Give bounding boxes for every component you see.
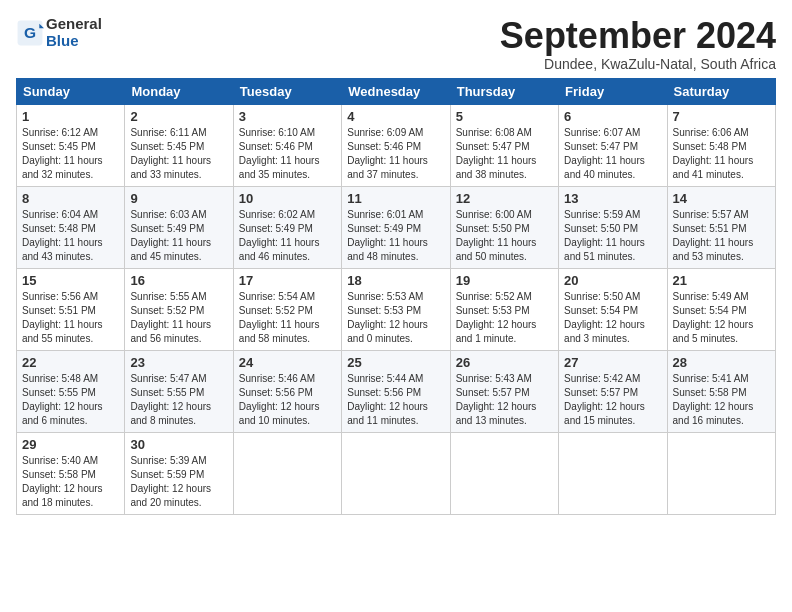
day-number: 9 <box>130 191 227 206</box>
calendar-cell: 26Sunrise: 5:43 AM Sunset: 5:57 PM Dayli… <box>450 350 558 432</box>
calendar-cell: 13Sunrise: 5:59 AM Sunset: 5:50 PM Dayli… <box>559 186 667 268</box>
day-info: Sunrise: 6:07 AM Sunset: 5:47 PM Dayligh… <box>564 126 661 182</box>
day-number: 7 <box>673 109 770 124</box>
day-number: 24 <box>239 355 336 370</box>
day-number: 23 <box>130 355 227 370</box>
calendar-cell: 22Sunrise: 5:48 AM Sunset: 5:55 PM Dayli… <box>17 350 125 432</box>
day-number: 29 <box>22 437 119 452</box>
day-info: Sunrise: 5:53 AM Sunset: 5:53 PM Dayligh… <box>347 290 444 346</box>
day-number: 22 <box>22 355 119 370</box>
calendar-week-row: 15Sunrise: 5:56 AM Sunset: 5:51 PM Dayli… <box>17 268 776 350</box>
day-number: 26 <box>456 355 553 370</box>
calendar-cell: 29Sunrise: 5:40 AM Sunset: 5:58 PM Dayli… <box>17 432 125 514</box>
calendar-cell: 20Sunrise: 5:50 AM Sunset: 5:54 PM Dayli… <box>559 268 667 350</box>
day-info: Sunrise: 6:10 AM Sunset: 5:46 PM Dayligh… <box>239 126 336 182</box>
day-number: 17 <box>239 273 336 288</box>
day-info: Sunrise: 5:52 AM Sunset: 5:53 PM Dayligh… <box>456 290 553 346</box>
calendar-cell: 10Sunrise: 6:02 AM Sunset: 5:49 PM Dayli… <box>233 186 341 268</box>
weekday-header-monday: Monday <box>125 78 233 104</box>
day-info: Sunrise: 5:55 AM Sunset: 5:52 PM Dayligh… <box>130 290 227 346</box>
day-info: Sunrise: 5:50 AM Sunset: 5:54 PM Dayligh… <box>564 290 661 346</box>
day-number: 14 <box>673 191 770 206</box>
calendar-cell <box>450 432 558 514</box>
weekday-header-tuesday: Tuesday <box>233 78 341 104</box>
day-number: 28 <box>673 355 770 370</box>
day-number: 15 <box>22 273 119 288</box>
calendar-cell: 15Sunrise: 5:56 AM Sunset: 5:51 PM Dayli… <box>17 268 125 350</box>
day-number: 8 <box>22 191 119 206</box>
calendar-cell: 21Sunrise: 5:49 AM Sunset: 5:54 PM Dayli… <box>667 268 775 350</box>
page-header: G General Blue September 2024 Dundee, Kw… <box>16 16 776 72</box>
day-number: 18 <box>347 273 444 288</box>
day-info: Sunrise: 5:54 AM Sunset: 5:52 PM Dayligh… <box>239 290 336 346</box>
calendar-cell: 7Sunrise: 6:06 AM Sunset: 5:48 PM Daylig… <box>667 104 775 186</box>
weekday-header-thursday: Thursday <box>450 78 558 104</box>
day-info: Sunrise: 5:59 AM Sunset: 5:50 PM Dayligh… <box>564 208 661 264</box>
calendar-week-row: 8Sunrise: 6:04 AM Sunset: 5:48 PM Daylig… <box>17 186 776 268</box>
day-number: 1 <box>22 109 119 124</box>
title-area: September 2024 Dundee, KwaZulu-Natal, So… <box>500 16 776 72</box>
calendar-cell: 17Sunrise: 5:54 AM Sunset: 5:52 PM Dayli… <box>233 268 341 350</box>
calendar-cell: 3Sunrise: 6:10 AM Sunset: 5:46 PM Daylig… <box>233 104 341 186</box>
day-info: Sunrise: 6:08 AM Sunset: 5:47 PM Dayligh… <box>456 126 553 182</box>
day-info: Sunrise: 5:48 AM Sunset: 5:55 PM Dayligh… <box>22 372 119 428</box>
day-number: 19 <box>456 273 553 288</box>
day-info: Sunrise: 5:49 AM Sunset: 5:54 PM Dayligh… <box>673 290 770 346</box>
location: Dundee, KwaZulu-Natal, South Africa <box>500 56 776 72</box>
day-info: Sunrise: 5:46 AM Sunset: 5:56 PM Dayligh… <box>239 372 336 428</box>
day-number: 30 <box>130 437 227 452</box>
day-number: 27 <box>564 355 661 370</box>
calendar-cell: 16Sunrise: 5:55 AM Sunset: 5:52 PM Dayli… <box>125 268 233 350</box>
calendar-cell: 28Sunrise: 5:41 AM Sunset: 5:58 PM Dayli… <box>667 350 775 432</box>
weekday-header-wednesday: Wednesday <box>342 78 450 104</box>
weekday-header-friday: Friday <box>559 78 667 104</box>
weekday-header-sunday: Sunday <box>17 78 125 104</box>
day-info: Sunrise: 6:01 AM Sunset: 5:49 PM Dayligh… <box>347 208 444 264</box>
day-number: 21 <box>673 273 770 288</box>
day-info: Sunrise: 5:43 AM Sunset: 5:57 PM Dayligh… <box>456 372 553 428</box>
day-number: 3 <box>239 109 336 124</box>
day-info: Sunrise: 6:09 AM Sunset: 5:46 PM Dayligh… <box>347 126 444 182</box>
calendar-cell: 2Sunrise: 6:11 AM Sunset: 5:45 PM Daylig… <box>125 104 233 186</box>
day-info: Sunrise: 5:41 AM Sunset: 5:58 PM Dayligh… <box>673 372 770 428</box>
svg-text:G: G <box>24 23 36 40</box>
day-number: 10 <box>239 191 336 206</box>
day-number: 11 <box>347 191 444 206</box>
calendar-cell: 5Sunrise: 6:08 AM Sunset: 5:47 PM Daylig… <box>450 104 558 186</box>
day-number: 20 <box>564 273 661 288</box>
logo-general: General <box>46 16 102 33</box>
calendar-cell: 19Sunrise: 5:52 AM Sunset: 5:53 PM Dayli… <box>450 268 558 350</box>
calendar-cell: 23Sunrise: 5:47 AM Sunset: 5:55 PM Dayli… <box>125 350 233 432</box>
calendar-cell: 25Sunrise: 5:44 AM Sunset: 5:56 PM Dayli… <box>342 350 450 432</box>
logo-blue: Blue <box>46 33 102 50</box>
calendar-cell: 30Sunrise: 5:39 AM Sunset: 5:59 PM Dayli… <box>125 432 233 514</box>
day-info: Sunrise: 5:44 AM Sunset: 5:56 PM Dayligh… <box>347 372 444 428</box>
calendar-cell <box>342 432 450 514</box>
calendar-cell <box>667 432 775 514</box>
calendar-week-row: 1Sunrise: 6:12 AM Sunset: 5:45 PM Daylig… <box>17 104 776 186</box>
calendar-cell <box>233 432 341 514</box>
calendar-cell: 14Sunrise: 5:57 AM Sunset: 5:51 PM Dayli… <box>667 186 775 268</box>
day-info: Sunrise: 6:11 AM Sunset: 5:45 PM Dayligh… <box>130 126 227 182</box>
calendar-cell <box>559 432 667 514</box>
day-number: 16 <box>130 273 227 288</box>
logo-text: General Blue <box>46 16 102 49</box>
day-number: 2 <box>130 109 227 124</box>
day-info: Sunrise: 6:04 AM Sunset: 5:48 PM Dayligh… <box>22 208 119 264</box>
calendar-cell: 1Sunrise: 6:12 AM Sunset: 5:45 PM Daylig… <box>17 104 125 186</box>
logo-icon: G <box>16 19 44 47</box>
day-info: Sunrise: 6:03 AM Sunset: 5:49 PM Dayligh… <box>130 208 227 264</box>
calendar-cell: 18Sunrise: 5:53 AM Sunset: 5:53 PM Dayli… <box>342 268 450 350</box>
calendar-week-row: 29Sunrise: 5:40 AM Sunset: 5:58 PM Dayli… <box>17 432 776 514</box>
day-number: 6 <box>564 109 661 124</box>
day-info: Sunrise: 5:56 AM Sunset: 5:51 PM Dayligh… <box>22 290 119 346</box>
day-info: Sunrise: 5:57 AM Sunset: 5:51 PM Dayligh… <box>673 208 770 264</box>
calendar-cell: 27Sunrise: 5:42 AM Sunset: 5:57 PM Dayli… <box>559 350 667 432</box>
calendar-cell: 11Sunrise: 6:01 AM Sunset: 5:49 PM Dayli… <box>342 186 450 268</box>
calendar-cell: 6Sunrise: 6:07 AM Sunset: 5:47 PM Daylig… <box>559 104 667 186</box>
day-info: Sunrise: 6:12 AM Sunset: 5:45 PM Dayligh… <box>22 126 119 182</box>
day-number: 13 <box>564 191 661 206</box>
month-title: September 2024 <box>500 16 776 56</box>
calendar-cell: 4Sunrise: 6:09 AM Sunset: 5:46 PM Daylig… <box>342 104 450 186</box>
day-info: Sunrise: 5:40 AM Sunset: 5:58 PM Dayligh… <box>22 454 119 510</box>
